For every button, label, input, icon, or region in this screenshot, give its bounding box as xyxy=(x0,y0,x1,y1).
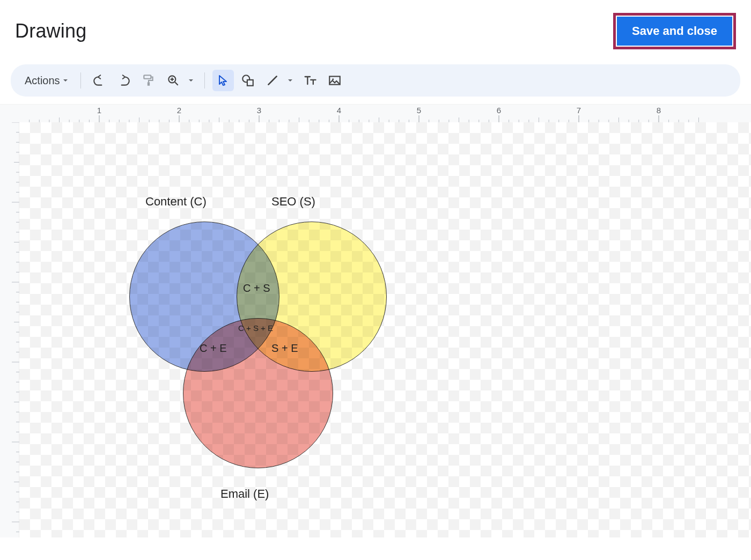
drawing-canvas[interactable]: Content (C) SEO (S) Email (E) C + S C + … xyxy=(19,122,751,537)
separator xyxy=(204,72,205,89)
page-title: Drawing xyxy=(15,20,86,42)
separator xyxy=(80,72,81,89)
svg-text:2: 2 xyxy=(177,106,181,115)
line-icon xyxy=(266,73,279,87)
venn-label-email[interactable]: Email (E) xyxy=(220,487,269,501)
paint-format-button[interactable] xyxy=(138,70,159,91)
line-tool[interactable] xyxy=(262,70,283,91)
image-tool[interactable] xyxy=(324,70,345,91)
svg-rect-1 xyxy=(147,82,149,86)
svg-line-8 xyxy=(268,76,276,84)
venn-label-c-e[interactable]: C + E xyxy=(200,342,227,355)
actions-menu[interactable]: Actions xyxy=(20,71,73,90)
caret-down-icon xyxy=(287,77,293,84)
svg-rect-0 xyxy=(144,75,151,79)
svg-text:8: 8 xyxy=(657,106,661,115)
toolbar: Actions xyxy=(11,64,740,97)
venn-label-s-e[interactable]: S + E xyxy=(271,342,298,355)
redo-icon xyxy=(117,73,131,87)
vertical-ruler xyxy=(0,122,19,537)
svg-text:4: 4 xyxy=(337,106,341,115)
venn-label-content[interactable]: Content (C) xyxy=(145,195,207,209)
horizontal-ruler: 12345678 xyxy=(0,104,751,122)
zoom-icon xyxy=(166,73,180,87)
paint-roller-icon xyxy=(142,73,156,87)
zoom-button[interactable] xyxy=(163,70,184,91)
text-icon xyxy=(303,73,318,88)
undo-icon xyxy=(92,73,106,87)
caret-down-icon xyxy=(62,77,69,84)
cursor-icon xyxy=(217,74,230,87)
venn-label-seo[interactable]: SEO (S) xyxy=(271,195,315,209)
save-and-close-button[interactable]: Save and close xyxy=(617,17,732,46)
image-icon xyxy=(328,73,342,87)
caret-down-icon xyxy=(188,77,194,84)
select-tool[interactable] xyxy=(212,70,234,91)
venn-label-c-s[interactable]: C + S xyxy=(243,282,270,294)
svg-point-10 xyxy=(332,78,334,80)
venn-label-c-s-e[interactable]: C + S + E xyxy=(238,323,273,333)
save-button-highlight: Save and close xyxy=(613,13,736,49)
svg-text:6: 6 xyxy=(497,106,501,115)
svg-text:1: 1 xyxy=(97,106,101,115)
svg-text:3: 3 xyxy=(257,106,261,115)
shapes-icon xyxy=(241,73,255,87)
svg-text:7: 7 xyxy=(577,106,581,115)
undo-button[interactable] xyxy=(89,70,110,91)
venn-circle-email[interactable] xyxy=(183,318,333,468)
svg-rect-7 xyxy=(247,80,253,86)
textbox-tool[interactable] xyxy=(299,70,321,91)
zoom-dropdown[interactable] xyxy=(185,70,197,91)
svg-text:5: 5 xyxy=(417,106,421,115)
redo-button[interactable] xyxy=(113,70,135,91)
line-dropdown[interactable] xyxy=(284,70,296,91)
shape-tool[interactable] xyxy=(237,70,259,91)
actions-label: Actions xyxy=(25,75,60,87)
svg-line-3 xyxy=(175,82,178,85)
